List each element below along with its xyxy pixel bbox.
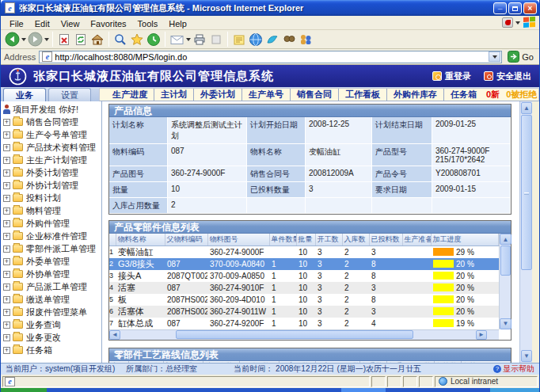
column-header[interactable]: 物料名称 bbox=[116, 234, 165, 245]
tree-item[interactable]: 外委计划管理 bbox=[1, 166, 101, 179]
menu-item[interactable]: Favorites bbox=[85, 18, 131, 29]
logout-button[interactable]: 安全退出 bbox=[484, 70, 531, 82]
messenger-button[interactable] bbox=[264, 32, 280, 48]
tree-item[interactable]: 零部件派工单管理 bbox=[1, 242, 101, 255]
tree-item[interactable]: 产品技术资料管理 bbox=[1, 141, 101, 154]
favorites-button[interactable] bbox=[129, 32, 145, 48]
tree-item[interactable]: 报废件管理菜单 bbox=[1, 306, 101, 318]
windows-taskbar-sliver[interactable] bbox=[1, 388, 539, 392]
tree-item[interactable]: 生产令号单管理 bbox=[1, 128, 101, 141]
back-dropdown-icon[interactable] bbox=[21, 38, 26, 41]
nav-item[interactable]: 生产进度 bbox=[106, 89, 154, 101]
research-button[interactable] bbox=[281, 32, 297, 48]
parts-horizontal-scrollbar[interactable]: ◄ ► bbox=[109, 329, 499, 340]
expand-plus-icon[interactable] bbox=[3, 207, 10, 215]
expand-plus-icon[interactable] bbox=[3, 347, 10, 354]
column-header[interactable]: 已投料数 bbox=[369, 234, 402, 245]
expand-plus-icon[interactable] bbox=[3, 195, 10, 202]
expand-plus-icon[interactable] bbox=[3, 220, 10, 227]
expand-plus-icon[interactable] bbox=[3, 144, 10, 151]
parts-row[interactable]: 5 板 2087HS002 360-209-4D010 1 10 3 2 8 bbox=[109, 294, 499, 306]
column-header[interactable]: 开工数 bbox=[315, 234, 342, 245]
edit-button[interactable] bbox=[208, 32, 224, 48]
parts-row[interactable]: 1 变幅油缸 360-274-9000F 10 3 2 3 bbox=[109, 245, 499, 258]
expand-plus-icon[interactable] bbox=[3, 258, 10, 265]
scroll-left-button[interactable]: ◄ bbox=[109, 330, 120, 340]
contacts-button[interactable] bbox=[298, 32, 314, 48]
tree-item[interactable]: 外购件管理 bbox=[1, 217, 101, 230]
tree-item[interactable]: 任务箱 bbox=[1, 344, 101, 356]
tree-item[interactable]: 主生产计划管理 bbox=[1, 154, 101, 166]
menu-item[interactable]: Tools bbox=[132, 18, 164, 29]
pdf-dropdown-icon[interactable] bbox=[515, 21, 520, 25]
mail-dropdown-icon[interactable] bbox=[186, 38, 191, 41]
expand-plus-icon[interactable] bbox=[3, 131, 10, 139]
column-header[interactable]: 父物料编码 bbox=[165, 234, 207, 245]
nav-item[interactable]: 主计划 bbox=[154, 89, 193, 101]
discuss-button[interactable] bbox=[231, 32, 247, 48]
adobe-pdf-button[interactable] bbox=[502, 17, 513, 28]
tree-item[interactable]: 缴送单管理 bbox=[1, 293, 101, 306]
menu-item[interactable]: Edit bbox=[29, 18, 55, 29]
page-scrollbar[interactable]: ▲ ▼ bbox=[519, 101, 532, 363]
column-header[interactable]: 加工进度 bbox=[431, 234, 499, 245]
nav-item[interactable]: 外购件库存 bbox=[386, 89, 443, 101]
column-header[interactable]: 单件数量 bbox=[269, 234, 296, 245]
expand-plus-icon[interactable] bbox=[3, 322, 10, 329]
menu-item[interactable]: Help bbox=[163, 18, 192, 29]
refresh-button[interactable] bbox=[73, 32, 89, 48]
tree-item[interactable]: 企业标准件管理 bbox=[1, 230, 101, 242]
parts-row[interactable]: 4 活塞 087 360-274-9010F 1 10 3 2 3 bbox=[109, 282, 499, 294]
stop-button[interactable] bbox=[56, 32, 72, 48]
minimize-button[interactable] bbox=[493, 2, 507, 14]
home-button[interactable] bbox=[89, 32, 105, 48]
show-help-link[interactable]: 显示帮助 bbox=[493, 363, 534, 375]
forward-button[interactable] bbox=[27, 31, 44, 48]
parts-row[interactable]: 2 G3/8接头 087 370-009-A0840 1 10 3 2 8 bbox=[109, 258, 499, 270]
scroll-up-button[interactable]: ▲ bbox=[500, 234, 511, 245]
page-scroll-up-button[interactable]: ▲ bbox=[521, 102, 532, 114]
expand-plus-icon[interactable] bbox=[3, 157, 10, 164]
nav-item[interactable]: 工作看板 bbox=[338, 89, 386, 101]
nav-item[interactable]: 销售合同 bbox=[290, 89, 338, 101]
expand-plus-icon[interactable] bbox=[3, 309, 10, 316]
expand-plus-icon[interactable] bbox=[3, 271, 10, 278]
nav-item[interactable]: 生产单号 bbox=[241, 89, 290, 101]
scroll-thumb[interactable] bbox=[500, 245, 511, 276]
tree-item[interactable]: 物料管理 bbox=[1, 204, 101, 217]
print-button[interactable] bbox=[192, 32, 207, 48]
scroll-right-button[interactable]: ► bbox=[476, 330, 487, 340]
mail-button[interactable] bbox=[169, 32, 185, 48]
expand-plus-icon[interactable] bbox=[3, 169, 10, 177]
tree-item[interactable]: 外委单管理 bbox=[1, 255, 101, 268]
back-button[interactable] bbox=[4, 31, 21, 48]
menu-item[interactable]: File bbox=[4, 18, 29, 29]
scroll-thumb-horizontal[interactable] bbox=[176, 330, 413, 339]
column-header[interactable]: 入库数 bbox=[342, 234, 369, 245]
parts-row[interactable]: 3 接头A 2087QT002 370-009-A0850 1 10 3 2 8 bbox=[109, 270, 499, 282]
column-header[interactable]: 物料图号 bbox=[207, 234, 269, 245]
parts-vertical-scrollbar[interactable]: ▲ ▼ bbox=[499, 234, 511, 329]
tree-root-user[interactable]: 项目开发组 你好! bbox=[1, 103, 101, 116]
relogin-button[interactable]: 重登录 bbox=[432, 70, 471, 82]
history-button[interactable] bbox=[146, 32, 162, 48]
tab-settings[interactable]: 设置 bbox=[48, 88, 91, 101]
search-button[interactable] bbox=[112, 32, 128, 48]
expand-plus-icon[interactable] bbox=[3, 233, 10, 240]
nav-item[interactable]: 外委计划 bbox=[193, 89, 241, 101]
page-scroll-thumb[interactable] bbox=[521, 115, 532, 270]
web-globe-button[interactable] bbox=[248, 32, 264, 48]
expand-plus-icon[interactable] bbox=[3, 284, 10, 291]
nav-item[interactable]: 任务箱 bbox=[443, 89, 483, 101]
menu-item[interactable]: View bbox=[55, 18, 86, 29]
maximize-button[interactable] bbox=[508, 2, 522, 14]
tree-item[interactable]: 业务更改 bbox=[1, 331, 101, 344]
column-header[interactable]: 批量 bbox=[296, 234, 315, 245]
parts-row[interactable]: 7 缸体总成 087 360-274-9200F 1 10 3 2 4 bbox=[109, 318, 499, 329]
expand-plus-icon[interactable] bbox=[3, 119, 10, 126]
scroll-down-button[interactable]: ▼ bbox=[500, 318, 511, 329]
tree-item[interactable]: 产品派工单管理 bbox=[1, 280, 101, 293]
parts-row[interactable]: 6 活塞体 2087HS002 360-274-9011W 1 10 3 2 3 bbox=[109, 306, 499, 318]
close-button[interactable]: × bbox=[523, 2, 537, 14]
forward-dropdown-icon[interactable] bbox=[44, 38, 49, 41]
